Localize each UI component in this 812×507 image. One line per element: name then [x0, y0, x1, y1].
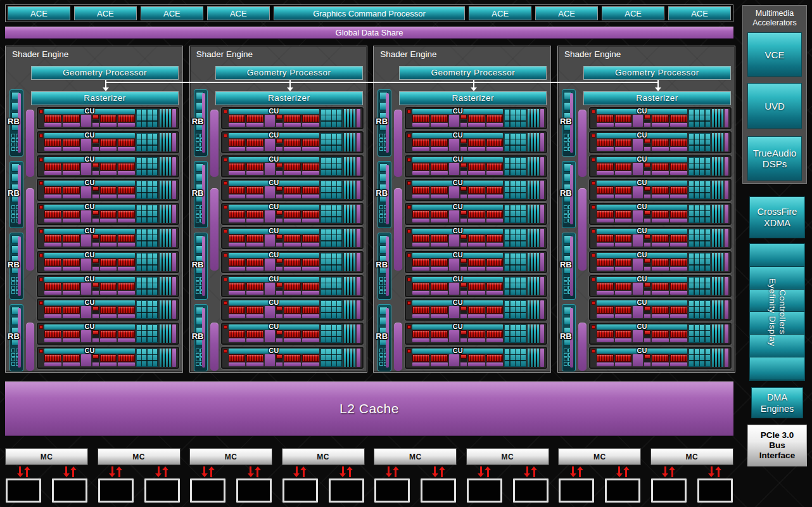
rb-cache-cell — [196, 277, 200, 281]
cu-lds-stripes — [160, 157, 171, 176]
cu-register-bar — [63, 338, 80, 342]
cu-end-bar — [725, 324, 728, 343]
cu-end-bar — [172, 349, 176, 367]
cu-lds-stripes — [528, 253, 539, 271]
cu-vector-alu — [468, 354, 485, 362]
memory-bus-arrows — [618, 466, 627, 478]
cu-vector-alu — [44, 186, 61, 194]
cu-scalar-block — [449, 139, 459, 151]
cu-register-bar — [597, 195, 614, 198]
cu-scalar-block — [81, 330, 91, 342]
cu-end-bar — [357, 324, 360, 343]
cu-texture-grid — [136, 277, 158, 295]
memory-chip — [559, 478, 594, 503]
cu-simd-area: CU — [39, 181, 135, 199]
cu-vector-alu — [118, 354, 135, 362]
rb-cache-cell — [196, 214, 200, 218]
rb-cache-cell — [379, 281, 383, 285]
cu-scalar-dot — [407, 325, 411, 329]
cu-register-bar — [652, 243, 669, 247]
cu-mini-gap — [460, 335, 467, 338]
cu-center-column — [644, 259, 650, 271]
cu-mini-gap — [276, 311, 282, 314]
cu-vector-alu — [229, 139, 246, 146]
cu-scalar-dot — [39, 134, 43, 138]
cu-simd-area: CU — [407, 253, 503, 271]
cu-vector-alu — [412, 306, 429, 314]
cu-mini-purple-block — [92, 171, 99, 175]
cu-mini-gap — [644, 215, 650, 218]
cu-end-bar — [540, 277, 544, 295]
cu-center-column — [644, 186, 650, 198]
cu-mini-red-block — [644, 283, 650, 287]
cu-header-bar: CU — [412, 205, 503, 210]
down-arrow-icon — [296, 466, 298, 473]
rb-cache-cell — [11, 277, 15, 281]
down-arrow-icon — [250, 466, 251, 473]
cu-vector-alu — [412, 259, 429, 266]
cu-register-bar — [229, 291, 246, 295]
cu-register-bar — [652, 363, 669, 366]
cu-center-column — [460, 283, 467, 295]
cu-register-bar — [431, 267, 448, 271]
crossbar-purple-bar — [578, 323, 587, 371]
cu-mini-purple-block — [460, 195, 467, 198]
cu-vector-alu — [431, 186, 448, 194]
cu-mini-gap — [276, 168, 282, 170]
cu-vector-alu — [246, 234, 263, 242]
cu-label: CU — [412, 251, 503, 259]
cu-stack: CU CU — [37, 107, 179, 369]
cu-register-bar — [302, 338, 319, 342]
cu-texture-area — [136, 109, 177, 127]
memory-bus-arrows — [250, 466, 258, 478]
up-arrow-icon — [533, 470, 535, 477]
cu-vector-alu — [597, 330, 614, 338]
geometry-processor-label: Geometry Processor — [32, 67, 178, 79]
compute-unit-row: CU — [221, 251, 364, 273]
cu-texture-grid — [136, 300, 158, 319]
cu-texture-grid — [136, 157, 158, 176]
rb-cache-cell — [11, 290, 15, 294]
cu-scalar-dot — [224, 254, 227, 257]
cu-header-bar: CU — [412, 253, 503, 258]
cu-register-bar — [44, 147, 61, 151]
down-arrow-icon — [105, 80, 106, 87]
cu-lds-stripes — [344, 133, 355, 151]
cu-label: CU — [412, 155, 503, 163]
cu-label: CU — [597, 155, 687, 163]
compute-unit-row: CU — [589, 323, 732, 345]
cu-label: CU — [412, 107, 503, 115]
cu-texture-area — [688, 277, 729, 295]
up-arrow-icon — [72, 470, 74, 477]
cu-texture-area — [136, 349, 177, 367]
memory-chips — [374, 466, 457, 503]
cu-vector-alu — [468, 115, 485, 122]
cu-end-bar — [172, 277, 176, 295]
down-arrow-icon — [342, 466, 344, 473]
rb-cache-cell — [564, 362, 568, 366]
compute-unit-row: CU — [37, 203, 179, 225]
cu-vector-alu — [118, 283, 135, 290]
render-backend-block: RB — [562, 304, 576, 371]
memory-chip-unit — [328, 466, 365, 503]
cu-vector-alu — [652, 330, 669, 338]
cu-header-bar: CU — [229, 181, 319, 186]
cu-mini-gap — [460, 215, 467, 218]
cu-vector-alu — [431, 259, 448, 266]
cu-mini-gap — [92, 168, 99, 170]
cu-mini-gap — [644, 311, 650, 314]
multimedia-accelerators-panel: Multimedia Accelerators VCE UVD TrueAudi… — [742, 5, 807, 184]
cu-mini-gap — [92, 144, 99, 146]
cu-vector-alu — [284, 115, 301, 122]
cu-scalar-dot — [224, 301, 227, 305]
cu-center-column — [92, 163, 99, 175]
cu-register-bar — [412, 338, 429, 342]
memory-controller-box: MC — [466, 448, 549, 465]
cu-register-bar — [118, 219, 135, 222]
cu-mini-purple-block — [460, 171, 467, 175]
memory-controller-box: MC — [558, 448, 641, 465]
rb-cache-cell — [11, 353, 15, 357]
cu-vector-alu — [431, 139, 448, 146]
cu-mini-purple-block — [644, 267, 650, 271]
cu-mini-purple-block — [644, 314, 650, 318]
